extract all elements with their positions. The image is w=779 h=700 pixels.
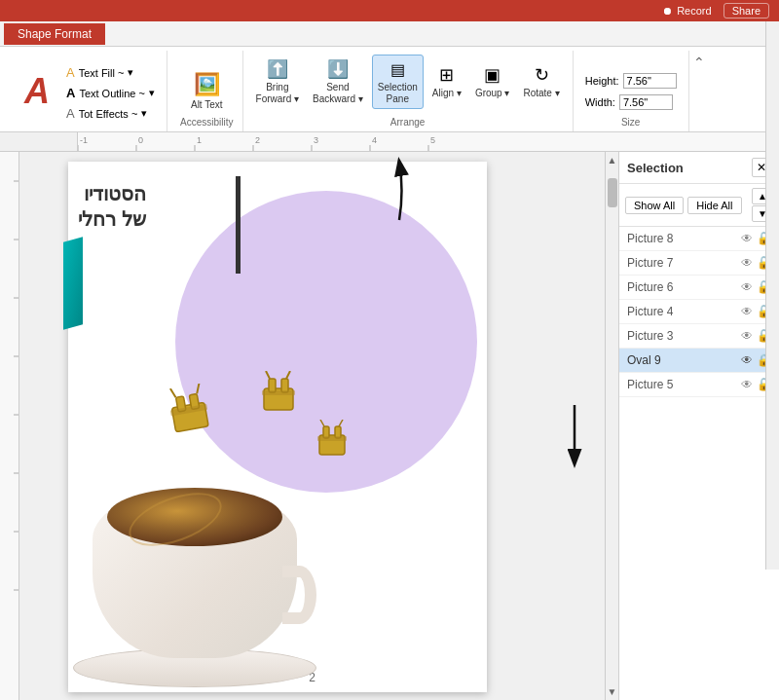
- main-area: הסטודיושל רחלי: [0, 152, 779, 700]
- svg-text:0: 0: [138, 135, 143, 145]
- svg-line-39: [339, 420, 343, 426]
- scroll-down-btn[interactable]: ▼: [608, 683, 617, 700]
- arrange-group: ⬆️ BringForward ▾ ⬇️ SendBackward ▾ ▤ Se…: [243, 51, 574, 131]
- svg-rect-37: [317, 436, 347, 441]
- pane-item-oval9[interactable]: Oval 9 👁 🔒: [619, 349, 779, 373]
- coffee-cup: [68, 449, 331, 692]
- svg-text:1: 1: [197, 135, 202, 145]
- svg-line-26: [170, 387, 176, 398]
- eye-icon-3: 👁: [741, 329, 753, 343]
- canvas-area: הסטודיושל רחלי: [19, 152, 605, 700]
- hide-all-btn[interactable]: Hide All: [687, 197, 741, 214]
- ruler-svg: -1 0 1 2 3 4 5: [78, 132, 779, 151]
- arrange-label: Arrange: [390, 117, 426, 128]
- text-effects-btn[interactable]: A Tot Effects ~ ▾: [62, 104, 159, 123]
- svg-text:4: 4: [372, 135, 377, 145]
- text-effects-icon: A: [66, 106, 75, 121]
- text-fill-btn[interactable]: A Text Fill ~ ▾: [62, 63, 159, 82]
- svg-line-27: [195, 384, 201, 394]
- vertical-bar: [236, 176, 241, 274]
- pane-header: Selection ✕: [619, 152, 779, 184]
- wordart-small-buttons: A Text Fill ~ ▾ A Text Outline ~ ▾ A Tot…: [62, 59, 159, 123]
- wordart-large-btn-group: A A Text Fill ~ ▾ A Text Outline ~ ▾ A T…: [8, 51, 167, 131]
- ruler-horizontal: -1 0 1 2 3 4 5: [0, 132, 779, 152]
- selection-pane-icon: ▤: [390, 59, 405, 80]
- wordart-icon: A: [24, 74, 50, 109]
- align-btn[interactable]: ⊞ Align ▾: [427, 55, 466, 109]
- text-outline-icon: A: [66, 86, 75, 100]
- pane-items-list: Picture 8 👁 🔓 Picture 7 👁 🔓 Picture 6 👁: [619, 227, 779, 700]
- text-effects-dropdown-icon: ▾: [141, 107, 147, 120]
- eye-icon-5: 👁: [741, 378, 753, 391]
- hebrew-text: הסטודיושל רחלי: [78, 181, 146, 232]
- height-label: Height:: [585, 75, 619, 87]
- eye-icon-7: 👁: [741, 256, 753, 270]
- pane-item-picture8[interactable]: Picture 8 👁 🔓: [619, 227, 779, 251]
- text-outline-btn[interactable]: A Text Outline ~ ▾: [62, 84, 159, 102]
- accessibility-group: 🖼️ Alt Text Accessibility: [171, 51, 243, 131]
- width-row: Width:: [585, 94, 677, 110]
- wordart-large-btn[interactable]: A: [16, 69, 58, 114]
- size-label: Size: [621, 117, 640, 128]
- annotation-arrow-2: [560, 395, 589, 476]
- svg-line-38: [320, 420, 324, 426]
- item-label-picture4: Picture 4: [627, 305, 673, 318]
- text-outline-dropdown-icon: ▾: [149, 87, 155, 99]
- item-label-picture3: Picture 3: [627, 329, 673, 343]
- scroll-up-btn[interactable]: ▲: [608, 152, 617, 168]
- item-label-picture8: Picture 8: [627, 232, 673, 245]
- canvas-scrollbar[interactable]: ▲ ▼: [605, 152, 618, 700]
- selection-pane: Selection ✕ Show All Hide All ▲ ▼ Pictur…: [618, 152, 779, 700]
- svg-rect-29: [269, 379, 276, 392]
- svg-text:5: 5: [430, 135, 435, 145]
- pane-controls-row: Show All Hide All ▲ ▼: [619, 184, 779, 227]
- width-input[interactable]: [619, 94, 673, 110]
- text-fill-dropdown-icon: ▾: [128, 66, 133, 79]
- show-all-btn[interactable]: Show All: [625, 197, 684, 214]
- rotate-btn[interactable]: ↻ Rotate ▾: [518, 55, 564, 109]
- height-input[interactable]: [623, 73, 677, 89]
- binder-clip-3: [315, 420, 350, 465]
- svg-rect-31: [262, 390, 295, 395]
- svg-line-33: [286, 371, 290, 379]
- pane-item-picture5[interactable]: Picture 5 👁 🔓: [619, 373, 779, 397]
- bring-forward-btn[interactable]: ⬆️ BringForward ▾: [251, 55, 304, 109]
- title-bar: ⏺ Record Share: [0, 0, 779, 21]
- record-btn[interactable]: ⏺ Record: [662, 5, 711, 17]
- pane-scrollbar: [765, 21, 779, 570]
- eye-icon-4: 👁: [741, 305, 753, 318]
- group-btn[interactable]: ▣ Group ▾: [470, 55, 515, 109]
- pane-title: Selection: [627, 161, 684, 175]
- binder-clip-1: [161, 382, 219, 450]
- eye-icon-8: 👁: [741, 232, 753, 245]
- ruler-corner: [0, 132, 78, 151]
- scroll-thumb[interactable]: [608, 178, 617, 207]
- ribbon-content: A A Text Fill ~ ▾ A Text Outline ~ ▾ A T…: [0, 47, 779, 132]
- record-icon: ⏺: [662, 5, 673, 17]
- send-backward-btn[interactable]: ⬇️ SendBackward ▾: [308, 55, 368, 109]
- pane-item-picture3[interactable]: Picture 3 👁 🔓: [619, 324, 779, 349]
- rotate-icon: ↻: [535, 64, 549, 86]
- collapse-icon: ⌃: [693, 55, 705, 70]
- share-btn[interactable]: Share: [723, 3, 769, 18]
- accessibility-label: Accessibility: [180, 117, 233, 128]
- pane-item-picture7[interactable]: Picture 7 👁 🔓: [619, 251, 779, 276]
- eye-icon-6: 👁: [741, 280, 753, 294]
- size-group: Height: Width: Size: [574, 51, 689, 131]
- svg-text:-1: -1: [80, 135, 88, 145]
- group-icon: ▣: [484, 64, 501, 86]
- pane-item-picture4[interactable]: Picture 4 👁 🔓: [619, 300, 779, 324]
- svg-text:2: 2: [255, 135, 260, 145]
- item-label-picture5: Picture 5: [627, 378, 673, 391]
- ruler-vertical: [0, 152, 19, 700]
- height-row: Height:: [585, 73, 677, 89]
- slide-page[interactable]: הסטודיושל רחלי: [68, 162, 487, 692]
- pane-item-picture6[interactable]: Picture 6 👁 🔓: [619, 276, 779, 300]
- tab-shape-format[interactable]: Shape Format: [4, 23, 105, 45]
- teal-element: [63, 237, 83, 329]
- item-label-oval9: Oval 9: [627, 353, 661, 367]
- text-fill-icon: A: [66, 65, 75, 80]
- alt-text-btn[interactable]: 🖼️ Alt Text: [183, 68, 231, 114]
- selection-pane-btn[interactable]: ▤ SelectionPane: [372, 55, 424, 109]
- ribbon-collapse[interactable]: ⌃: [689, 51, 709, 131]
